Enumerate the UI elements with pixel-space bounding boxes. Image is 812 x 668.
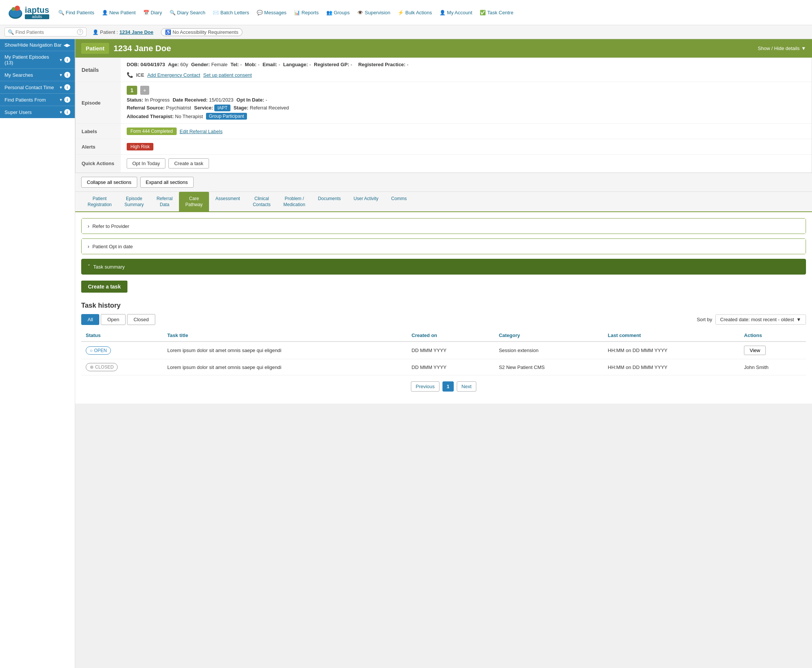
patient-header: Patient 1234 Jane Doe Show / Hide detail…	[75, 39, 812, 58]
row-status: ⊗ CLOSED	[81, 359, 163, 376]
label-badge: Form 444 Completed	[127, 127, 177, 135]
create-task-button[interactable]: Create a task	[81, 281, 127, 292]
alert-badge: High Risk	[127, 143, 153, 150]
patient-name-link[interactable]: 1234 Jane Doe	[120, 29, 153, 35]
diary-icon: 📅	[143, 10, 149, 15]
chevron-down-icon: ▼	[796, 317, 801, 322]
table-row: ○ OPEN Lorem ipsum dolor sit amet omnis …	[81, 342, 806, 359]
my-account-icon: 👤	[439, 10, 445, 15]
row-action: John Smith	[739, 359, 806, 376]
tab-user-activity[interactable]: User Activity	[347, 192, 385, 211]
iapt-badge: IAPT	[214, 105, 230, 111]
batch-letters-icon: ✉️	[213, 10, 219, 15]
col-actions: Actions	[739, 329, 806, 342]
info-icon: i	[64, 97, 70, 103]
row-category: S2 New Patient CMS	[494, 359, 604, 376]
filter-closed-button[interactable]: Closed	[127, 314, 155, 325]
tab-episode-summary[interactable]: EpisodeSummary	[118, 192, 150, 211]
episode-content: 1 + Status: In Progress Date Received: 1…	[121, 82, 812, 124]
sidebar-item-personal-contact-time[interactable]: Personal Contact Time ▼ i	[0, 81, 75, 93]
main-layout: Show/Hide Navigation Bar ◀▶ My Patient E…	[0, 39, 812, 668]
refer-to-provider-header[interactable]: › Refer to Provider	[82, 219, 805, 234]
logo-icon	[6, 3, 25, 22]
details-label: Details	[75, 58, 121, 82]
refer-to-provider-section: › Refer to Provider	[81, 218, 806, 234]
patient-header-left: Patient 1234 Jane Doe	[81, 43, 171, 54]
sidebar-item-find-patients-from[interactable]: Find Patients From ▼ i	[0, 93, 75, 106]
add-emergency-contact-link[interactable]: Add Emergency Contact	[147, 72, 200, 78]
chevron-down-icon: ▼	[801, 45, 806, 51]
next-page-button[interactable]: Next	[457, 381, 477, 392]
previous-page-button[interactable]: Previous	[411, 381, 440, 392]
nav-reports[interactable]: 📊 Reports	[294, 10, 319, 15]
nav-task-centre[interactable]: ✅ Task Centre	[480, 10, 513, 15]
view-button[interactable]: View	[744, 346, 766, 355]
nav-batch-letters[interactable]: ✉️ Batch Letters	[213, 10, 249, 15]
filter-all-button[interactable]: All	[81, 314, 99, 325]
sidebar-toggle[interactable]: Show/Hide Navigation Bar ◀▶	[0, 39, 75, 51]
episode-plus-btn[interactable]: +	[140, 86, 149, 95]
row-created-on: DD MMM YYYY	[407, 359, 494, 376]
create-task-quick-button[interactable]: Create a task	[168, 159, 208, 169]
help-icon[interactable]: ?	[77, 29, 83, 35]
collapse-all-button[interactable]: Collapse all sections	[81, 177, 137, 188]
row-status: ○ OPEN	[81, 342, 163, 359]
search-input-wrap[interactable]: 🔍 ?	[5, 27, 87, 37]
tab-assessment[interactable]: Assessment	[209, 192, 246, 211]
tab-clinical-contacts[interactable]: ClinicalContacts	[246, 192, 277, 211]
details-content: DOB: 04/04/1973 Age: 60y Gender: Female …	[121, 58, 812, 82]
nav-groups[interactable]: 👥 Groups	[326, 10, 350, 15]
quick-actions-content: Opt In Today Create a task	[121, 155, 812, 172]
nav-messages[interactable]: 💬 Messages	[257, 10, 287, 15]
nav-diary-search[interactable]: 🔍 Diary Search	[170, 10, 205, 15]
col-created-on: Created on	[407, 329, 494, 342]
tab-problem-medication[interactable]: Problem /Medication	[277, 192, 312, 211]
filter-open-button[interactable]: Open	[101, 314, 125, 325]
patient-info-section: Details DOB: 04/04/1973 Age: 60y Gender:…	[75, 58, 812, 173]
edit-referral-labels-link[interactable]: Edit Referral Labels	[180, 129, 223, 134]
task-summary-section: ˅ Task summary	[81, 259, 806, 275]
expand-all-button[interactable]: Expand all sections	[140, 177, 193, 188]
sidebar-item-my-patient-episodes[interactable]: My Patient Episodes (13) ▼ i	[0, 51, 75, 68]
row-last-comment: HH:MM on DD MMM YYYY	[604, 359, 739, 376]
tabs-bar: PatientRegistration EpisodeSummary Refer…	[75, 192, 812, 212]
nav-diary[interactable]: 📅 Diary	[143, 10, 162, 15]
info-icon: i	[64, 72, 70, 78]
tab-documents[interactable]: Documents	[312, 192, 347, 211]
task-table: Status Task title Created on Category La…	[81, 329, 806, 376]
show-hide-details-btn[interactable]: Show / Hide details ▼	[758, 45, 806, 51]
tab-care-pathway[interactable]: CarePathway	[179, 192, 209, 211]
nav-supervision[interactable]: 👁️ Supervision	[357, 10, 390, 15]
info-icon: i	[64, 109, 70, 115]
opt-in-today-button[interactable]: Opt In Today	[127, 159, 165, 169]
sidebar-item-super-users[interactable]: Super Users ▼ i	[0, 106, 75, 118]
sidebar-item-my-searches[interactable]: My Searches ▼ i	[0, 68, 75, 81]
new-patient-icon: 👤	[102, 10, 108, 15]
alerts-row: Alerts High Risk	[75, 139, 812, 155]
nav-bulk-actions[interactable]: ⚡ Bulk Actions	[398, 10, 432, 15]
nav-find-patients[interactable]: 🔍 Find Patients	[58, 10, 94, 15]
sections-toolbar: Collapse all sections Expand all section…	[75, 173, 812, 192]
task-summary-header[interactable]: ˅ Task summary	[82, 259, 805, 274]
row-category: Session extension	[494, 342, 604, 359]
tab-referral-data[interactable]: ReferralData	[150, 192, 179, 211]
tab-comms[interactable]: Comms	[385, 192, 413, 211]
sort-select[interactable]: Created date: most recent - oldest ▼	[715, 314, 806, 325]
patient-opt-in-date-header[interactable]: › Patient Opt in date	[82, 239, 805, 254]
ice-icon: 📞	[127, 72, 133, 78]
logo: iaptus adults	[6, 3, 49, 22]
set-up-consent-link[interactable]: Set up patient consent	[203, 72, 252, 78]
tab-patient-registration[interactable]: PatientRegistration	[81, 192, 118, 211]
row-title: Lorem ipsum dolor sit amet omnis saepe q…	[163, 342, 407, 359]
nav-new-patient[interactable]: 👤 New Patient	[102, 10, 136, 15]
nav-my-account[interactable]: 👤 My Account	[439, 10, 472, 15]
app-header: iaptus adults 🔍 Find Patients 👤 New Pati…	[0, 0, 812, 25]
search-input[interactable]	[15, 29, 75, 35]
task-centre-icon: ✅	[480, 10, 486, 15]
patient-name: 1234 Jane Doe	[113, 43, 171, 53]
sidebar-toggle-arrows: ◀▶	[63, 42, 70, 48]
search-bar: 🔍 ? 👤 Patient : 1234 Jane Doe ♿ No Acces…	[0, 25, 812, 39]
quick-actions-label: Quick Actions	[75, 155, 121, 172]
status-open-badge: ○ OPEN	[86, 346, 111, 355]
episode-label: Episode	[75, 82, 121, 124]
